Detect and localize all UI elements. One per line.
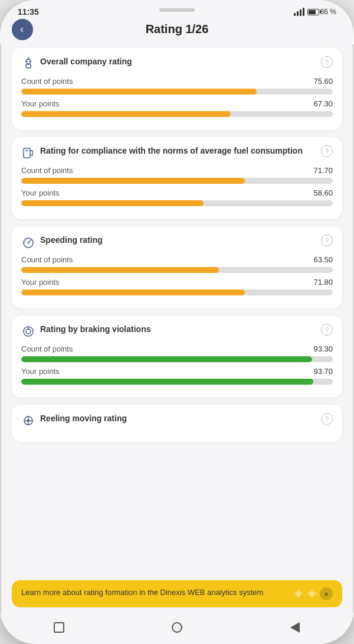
speed-icon bbox=[21, 235, 35, 249]
label-count-overall: Count of points bbox=[21, 77, 73, 86]
card-overall-title: Overall company rating bbox=[40, 56, 132, 67]
svg-point-5 bbox=[29, 61, 30, 62]
track-count-braking bbox=[21, 356, 333, 362]
nav-bar bbox=[0, 613, 354, 644]
metric-count-overall: Count of points 75.60 bbox=[21, 77, 333, 95]
help-button-speeding[interactable]: ? bbox=[321, 235, 333, 246]
card-fuel-title: Rating for compliance with the norms of … bbox=[40, 145, 303, 156]
status-bar: 11:35 86 % bbox=[0, 0, 354, 17]
nav-circle-icon bbox=[172, 622, 182, 633]
card-overall-header: Overall company rating ? bbox=[21, 56, 333, 71]
track-your-speeding bbox=[21, 290, 333, 295]
label-count-fuel: Count of points bbox=[21, 166, 73, 175]
value-your-braking: 93.70 bbox=[313, 367, 333, 376]
fill-count-speeding bbox=[21, 267, 219, 273]
value-count-braking: 93.30 bbox=[313, 344, 333, 353]
metric-count-speeding: Count of points 63.50 bbox=[21, 255, 333, 273]
value-count-fuel: 71.70 bbox=[313, 166, 333, 175]
nav-home-button[interactable] bbox=[169, 619, 185, 636]
page-title: Rating 1/26 bbox=[146, 22, 209, 36]
banner-close-button[interactable]: × bbox=[320, 587, 333, 600]
fill-count-fuel bbox=[21, 178, 245, 184]
status-icons: 86 % bbox=[294, 8, 336, 16]
label-your-fuel: Your points bbox=[21, 188, 60, 197]
svg-rect-1 bbox=[26, 64, 31, 68]
card-fuel: Rating for compliance with the norms of … bbox=[12, 137, 342, 219]
phone-frame: 11:35 86 % ‹ Rating 1/26 bbox=[0, 0, 354, 644]
nav-triangle-icon bbox=[290, 622, 300, 633]
notch-pill bbox=[159, 8, 195, 12]
brake-icon bbox=[21, 324, 35, 339]
scroll-content: Overall company rating ? Count of points… bbox=[0, 44, 354, 580]
help-button-fuel[interactable]: ? bbox=[321, 145, 333, 157]
value-your-overall: 67.30 bbox=[313, 99, 333, 108]
fill-your-braking bbox=[21, 379, 313, 385]
nav-back-button[interactable] bbox=[287, 619, 303, 636]
value-your-fuel: 58.60 bbox=[313, 188, 333, 197]
metric-count-fuel: Count of points 71.70 bbox=[21, 166, 333, 184]
nav-square-button[interactable] bbox=[51, 619, 67, 636]
card-reeling: Reeling moving rating ? bbox=[12, 405, 342, 442]
card-braking-header: Rating by braking violations ? bbox=[21, 324, 333, 339]
label-count-braking: Count of points bbox=[21, 344, 73, 353]
svg-rect-6 bbox=[24, 148, 30, 158]
track-count-speeding bbox=[21, 267, 333, 273]
svg-point-9 bbox=[28, 242, 30, 244]
help-button-braking[interactable]: ? bbox=[321, 324, 333, 336]
value-count-speeding: 63.50 bbox=[313, 255, 333, 264]
status-time: 11:35 bbox=[18, 7, 39, 17]
card-braking-title: Rating by braking violations bbox=[40, 324, 150, 334]
metric-your-braking: Your points 93.70 bbox=[21, 367, 333, 385]
fill-your-speeding bbox=[21, 290, 245, 295]
card-reeling-title: Reeling moving rating bbox=[40, 413, 127, 424]
fill-your-fuel bbox=[21, 200, 204, 206]
help-button-reeling[interactable]: ? bbox=[321, 413, 333, 425]
svg-point-4 bbox=[27, 61, 28, 62]
card-overall: Overall company rating ? Count of points… bbox=[12, 48, 342, 130]
signal-icon bbox=[294, 8, 304, 16]
app-header: ‹ Rating 1/26 bbox=[0, 17, 354, 44]
metric-count-braking: Count of points 93.30 bbox=[21, 344, 333, 362]
value-count-overall: 75.60 bbox=[313, 77, 333, 86]
value-your-speeding: 71.80 bbox=[313, 278, 333, 287]
back-button[interactable]: ‹ bbox=[12, 19, 33, 40]
card-reeling-header: Reeling moving rating ? bbox=[21, 413, 333, 428]
fuel-icon bbox=[21, 146, 35, 160]
track-your-overall bbox=[21, 111, 333, 117]
label-your-overall: Your points bbox=[21, 99, 60, 108]
label-your-braking: Your points bbox=[21, 367, 60, 376]
reel-icon bbox=[21, 414, 35, 428]
banner-text: Learn more about rating formation in the… bbox=[21, 587, 314, 598]
track-your-fuel bbox=[21, 200, 333, 206]
card-speeding-title: Speeding rating bbox=[40, 235, 103, 245]
svg-point-11 bbox=[26, 329, 31, 334]
track-count-overall bbox=[21, 89, 333, 95]
fill-your-overall bbox=[21, 111, 231, 117]
svg-point-14 bbox=[27, 419, 30, 422]
fill-count-braking bbox=[21, 356, 312, 362]
help-button-overall[interactable]: ? bbox=[321, 56, 333, 68]
robot-icon bbox=[21, 57, 35, 71]
metric-your-speeding: Your points 71.80 bbox=[21, 278, 333, 295]
battery-icon: 86 % bbox=[307, 8, 336, 16]
battery-pct: 86 % bbox=[320, 8, 336, 16]
metric-your-fuel: Your points 58.60 bbox=[21, 188, 333, 206]
card-fuel-header: Rating for compliance with the norms of … bbox=[21, 145, 333, 160]
label-count-speeding: Count of points bbox=[21, 255, 73, 264]
card-braking: Rating by braking violations ? Count of … bbox=[12, 316, 342, 398]
svg-point-3 bbox=[28, 57, 29, 58]
card-speeding-header: Speeding rating ? bbox=[21, 235, 333, 249]
track-count-fuel bbox=[21, 178, 333, 184]
card-speeding: Speeding rating ? Count of points 63.50 … bbox=[12, 226, 342, 308]
learn-more-banner: Learn more about rating formation in the… bbox=[12, 580, 342, 607]
metric-your-overall: Your points 67.30 bbox=[21, 99, 333, 117]
track-your-braking bbox=[21, 379, 333, 385]
fill-count-overall bbox=[21, 89, 257, 95]
back-icon: ‹ bbox=[20, 23, 24, 35]
nav-square-icon bbox=[54, 622, 64, 633]
label-your-speeding: Your points bbox=[21, 278, 60, 287]
